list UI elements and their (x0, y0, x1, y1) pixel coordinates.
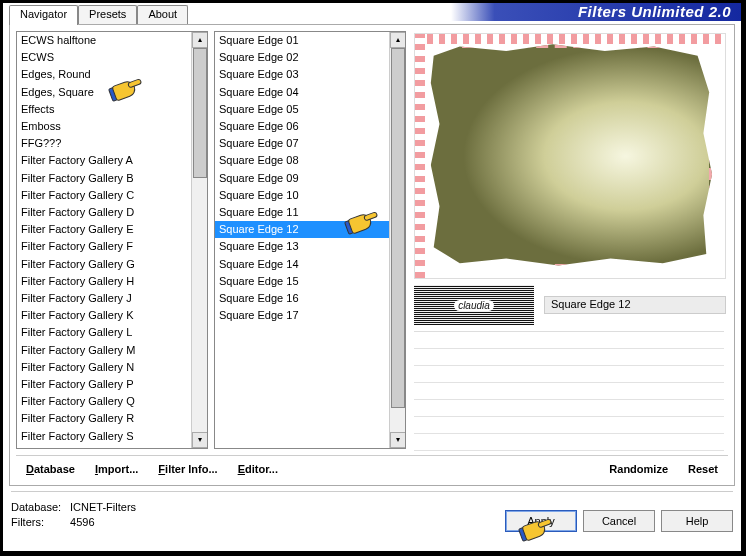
list-item[interactable]: Filter Factory Gallery C (17, 187, 207, 204)
scroll-thumb[interactable] (193, 48, 207, 178)
db-label: Database: (11, 500, 67, 515)
list-item[interactable]: Filter Factory Gallery M (17, 342, 207, 359)
list-item[interactable]: Emboss (17, 118, 207, 135)
db-value: ICNET-Filters (70, 501, 136, 513)
list-item[interactable]: Square Edge 08 (215, 152, 405, 169)
action-buttons: Apply Cancel Help (505, 500, 733, 547)
editor-link[interactable]: Editor... (238, 463, 278, 475)
list-item[interactable]: Filter Factory Gallery K (17, 307, 207, 324)
list-item[interactable]: Effects (17, 101, 207, 118)
status-bar: Database: ICNET-Filters Filters: 4596 Ap… (11, 491, 733, 547)
tab-about[interactable]: About (137, 5, 188, 25)
list-item[interactable]: Square Edge 10 (215, 187, 405, 204)
list-item[interactable]: Filter Factory Gallery R (17, 410, 207, 427)
list-item[interactable]: Square Edge 17 (215, 307, 405, 324)
list-item[interactable]: Filter Factory Gallery D (17, 204, 207, 221)
param-row (414, 383, 724, 400)
import-link[interactable]: Import... (95, 463, 138, 475)
preview-image (425, 42, 715, 270)
list-item[interactable]: Filter Factory Gallery P (17, 376, 207, 393)
filterinfo-link[interactable]: Filter Info... (158, 463, 217, 475)
status-info: Database: ICNET-Filters Filters: 4596 (11, 500, 136, 547)
apply-button[interactable]: Apply (505, 510, 577, 532)
list-item[interactable]: Square Edge 16 (215, 290, 405, 307)
tab-presets[interactable]: Presets (78, 5, 137, 25)
filtercount-label: Filters: (11, 515, 67, 530)
list-item[interactable]: Square Edge 03 (215, 66, 405, 83)
list-item[interactable]: Filter Factory Gallery L (17, 324, 207, 341)
randomize-link[interactable]: Randomize (609, 463, 668, 475)
list-item[interactable]: Square Edge 02 (215, 49, 405, 66)
bottom-toolbar: Database Import... Filter Info... Editor… (16, 455, 728, 481)
list-item[interactable]: Square Edge 12 (215, 221, 405, 238)
database-link[interactable]: Database (26, 463, 75, 475)
category-scrollbar[interactable]: ▴ ▾ (191, 32, 207, 448)
scroll-down-icon[interactable]: ▾ (390, 432, 406, 448)
param-row (414, 434, 724, 451)
list-item[interactable]: Edges, Round (17, 66, 207, 83)
author-text: claudia (454, 300, 494, 311)
list-item[interactable]: Filter Factory Gallery B (17, 170, 207, 187)
help-button[interactable]: Help (661, 510, 733, 532)
filter-label-row: claudia Square Edge 12 (414, 285, 726, 325)
param-row (414, 349, 724, 366)
list-item[interactable]: Square Edge 07 (215, 135, 405, 152)
scroll-down-icon[interactable]: ▾ (192, 432, 208, 448)
scroll-thumb[interactable] (391, 48, 405, 408)
filter-list[interactable]: Square Edge 01Square Edge 02Square Edge … (214, 31, 406, 449)
list-item[interactable]: Filter Factory Gallery J (17, 290, 207, 307)
list-item[interactable]: Filter Factory Gallery N (17, 359, 207, 376)
author-badge: claudia (414, 285, 534, 325)
list-item[interactable]: Square Edge 05 (215, 101, 405, 118)
list-item[interactable]: Filter Factory Gallery G (17, 256, 207, 273)
list-item[interactable]: Filter Factory Gallery F (17, 238, 207, 255)
list-item[interactable]: FFG??? (17, 135, 207, 152)
list-item[interactable]: Edges, Square (17, 84, 207, 101)
filter-scrollbar[interactable]: ▴ ▾ (389, 32, 405, 448)
filtercount-value: 4596 (70, 516, 94, 528)
selected-filter-name: Square Edge 12 (544, 296, 726, 314)
list-item[interactable]: Square Edge 06 (215, 118, 405, 135)
tab-navigator[interactable]: Navigator (9, 5, 78, 25)
list-item[interactable]: Square Edge 01 (215, 32, 405, 49)
list-item[interactable]: Square Edge 09 (215, 170, 405, 187)
tab-row: Navigator Presets About (9, 5, 188, 25)
list-item[interactable]: Square Edge 14 (215, 256, 405, 273)
list-item[interactable]: ECWS halftone (17, 32, 207, 49)
list-item[interactable]: Square Edge 04 (215, 84, 405, 101)
list-item[interactable]: ECWS (17, 49, 207, 66)
list-item[interactable]: Filter Factory Gallery Q (17, 393, 207, 410)
param-row (414, 400, 724, 417)
parameter-area (414, 331, 724, 449)
window-frame: Filters Unlimited 2.0 Navigator Presets … (2, 2, 742, 552)
list-item[interactable]: Square Edge 13 (215, 238, 405, 255)
tab-content: ECWS halftoneECWSEdges, RoundEdges, Squa… (9, 24, 735, 486)
list-item[interactable]: Filter Factory Gallery T (17, 445, 207, 449)
cancel-button[interactable]: Cancel (583, 510, 655, 532)
category-list[interactable]: ECWS halftoneECWSEdges, RoundEdges, Squa… (16, 31, 208, 449)
list-item[interactable]: Filter Factory Gallery A (17, 152, 207, 169)
list-item[interactable]: Square Edge 11 (215, 204, 405, 221)
scroll-up-icon[interactable]: ▴ (192, 32, 208, 48)
list-item[interactable]: Filter Factory Gallery E (17, 221, 207, 238)
param-row (414, 417, 724, 434)
list-item[interactable]: Filter Factory Gallery H (17, 273, 207, 290)
list-item[interactable]: Filter Factory Gallery S (17, 428, 207, 445)
reset-link[interactable]: Reset (688, 463, 718, 475)
preview-pane (414, 33, 726, 279)
param-row (414, 366, 724, 383)
param-row (414, 332, 724, 349)
app-title: Filters Unlimited 2.0 (451, 3, 741, 21)
scroll-up-icon[interactable]: ▴ (390, 32, 406, 48)
list-item[interactable]: Square Edge 15 (215, 273, 405, 290)
